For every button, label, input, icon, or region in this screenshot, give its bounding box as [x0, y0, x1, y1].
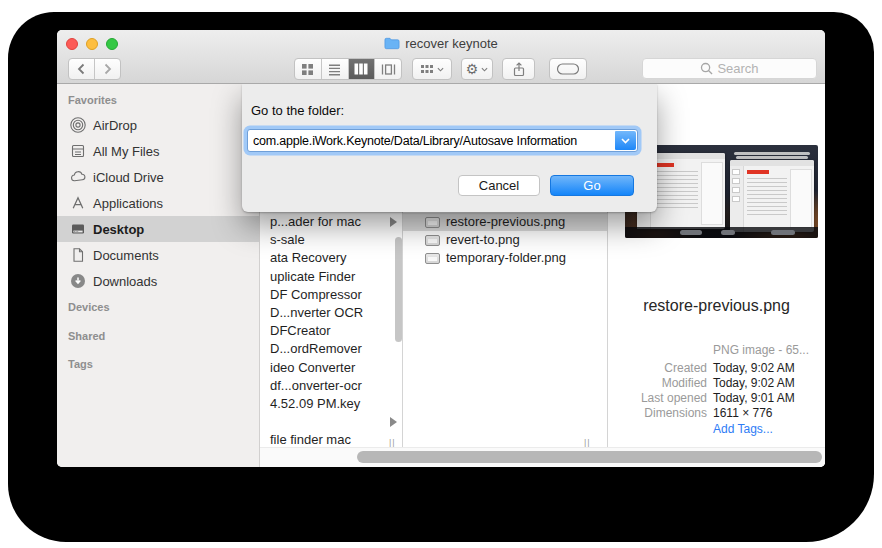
nav-buttons	[68, 58, 121, 80]
list-view-icon	[328, 63, 341, 76]
sidebar-item-documents[interactable]: Documents	[57, 242, 259, 268]
file-row[interactable]	[260, 413, 402, 431]
preview-info-row: CreatedToday, 9:02 AM	[608, 361, 825, 375]
chevron-left-icon	[76, 62, 87, 76]
preview-info-row: ModifiedToday, 9:02 AM	[608, 376, 825, 390]
column-resize-handle[interactable]: ||	[584, 439, 592, 447]
go-to-folder-input[interactable]	[248, 130, 618, 151]
tags-button[interactable]	[549, 58, 587, 80]
action-button[interactable]: ⚙	[461, 58, 493, 80]
path-combo-box	[247, 129, 638, 152]
coverflow-view-icon	[381, 63, 396, 76]
cloud-icon	[70, 169, 86, 185]
preview-info-row: Last openedToday, 9:01 AM	[608, 391, 825, 405]
sidebar-item-label: AirDrop	[93, 118, 137, 133]
grid-view-icon	[301, 63, 314, 76]
file-row[interactable]: ata Recovery	[260, 249, 402, 267]
chevron-down-icon	[621, 138, 630, 144]
window-chrome: recover keynote	[57, 30, 825, 84]
sidebar-item-label: Documents	[93, 248, 159, 263]
file-row[interactable]: D...ordRemover	[260, 340, 402, 358]
downloads-icon	[70, 273, 86, 289]
add-tags-link[interactable]: Add Tags...	[713, 422, 773, 436]
cancel-button[interactable]: Cancel	[458, 175, 540, 196]
arrange-button[interactable]	[412, 58, 452, 80]
view-coverflow-button[interactable]	[374, 59, 401, 79]
preview-add-tags-row: Add Tags...	[608, 422, 825, 436]
preview-filename: restore-previous.png	[608, 297, 825, 315]
sidebar-item-applications[interactable]: Applications	[57, 190, 259, 216]
sidebar-item-icloud-drive[interactable]: iCloud Drive	[57, 164, 259, 190]
file-row[interactable]: p...ader for mac	[260, 213, 402, 231]
horizontal-scrollbar-thumb[interactable]	[357, 451, 822, 463]
view-list-button[interactable]	[321, 59, 348, 79]
sidebar-item-downloads[interactable]: Downloads	[57, 268, 259, 294]
horizontal-scrollbar-track[interactable]	[260, 447, 825, 467]
file-row[interactable]: 4.52.09 PM.key	[260, 395, 402, 413]
column1-vertical-scrollbar[interactable]	[395, 237, 402, 342]
image-file-icon	[425, 217, 440, 228]
sidebar-header-tags: Tags	[68, 358, 93, 370]
sidebar-header-favorites: Favorites	[68, 94, 117, 106]
sidebar: Favorites AirDrop All My Files iCloud Dr…	[57, 84, 260, 467]
file-row[interactable]: ideo Converter	[260, 359, 402, 377]
file-row[interactable]: uplicate Finder	[260, 268, 402, 286]
chevron-right-icon	[102, 62, 113, 76]
tag-icon	[556, 62, 580, 76]
file-row[interactable]: temporary-folder.png	[403, 249, 607, 267]
search-input[interactable]: Search	[642, 58, 817, 79]
chevron-down-icon	[437, 67, 444, 72]
file-row[interactable]: s-sale	[260, 231, 402, 249]
preview-kind: PNG image - 65...	[713, 343, 809, 357]
share-button[interactable]	[502, 58, 535, 80]
sidebar-item-label: Applications	[93, 196, 163, 211]
sidebar-item-desktop[interactable]: Desktop	[57, 216, 259, 242]
view-columns-button[interactable]	[348, 59, 375, 79]
arrange-icon	[420, 64, 434, 75]
column-resize-handle[interactable]: ||	[389, 439, 397, 447]
file-row[interactable]: DFCreator	[260, 322, 402, 340]
column-view-icon	[354, 63, 368, 75]
dialog-title: Go to the folder:	[251, 103, 344, 118]
image-file-icon	[425, 235, 440, 246]
path-dropdown-button[interactable]	[615, 131, 636, 150]
sidebar-header-shared: Shared	[68, 330, 105, 342]
forward-button[interactable]	[94, 59, 120, 79]
file-row[interactable]: revert-to.png	[403, 231, 607, 249]
all-my-files-icon	[70, 143, 86, 159]
file-row-selected[interactable]: restore-previous.png	[403, 213, 607, 231]
view-grid-button[interactable]	[295, 59, 321, 79]
window-title: recover keynote	[405, 36, 498, 51]
file-row[interactable]: df...onverter-ocr	[260, 377, 402, 395]
disclosure-triangle-icon	[390, 417, 397, 427]
applications-icon	[70, 195, 86, 211]
sidebar-item-airdrop[interactable]: AirDrop	[57, 112, 259, 138]
search-icon	[700, 62, 713, 75]
view-mode-control	[294, 58, 402, 80]
folder-icon	[384, 36, 400, 52]
sidebar-header-devices: Devices	[68, 301, 110, 313]
search-placeholder: Search	[717, 61, 758, 76]
preview-info-row: Dimensions1611 × 776	[608, 406, 825, 420]
go-to-folder-dialog: Go to the folder: Cancel Go	[242, 84, 657, 212]
file-row[interactable]: D...nverter OCR	[260, 304, 402, 322]
window-title-area: recover keynote	[57, 35, 825, 52]
sidebar-item-label: All My Files	[93, 144, 159, 159]
preview-kind-row: PNG image - 65...	[608, 343, 825, 357]
document-icon	[70, 247, 86, 263]
go-button[interactable]: Go	[550, 175, 634, 196]
sidebar-item-label: Downloads	[93, 274, 157, 289]
finder-window: recover keynote	[57, 30, 825, 467]
desktop-icon	[70, 221, 86, 237]
disclosure-triangle-icon	[390, 217, 397, 227]
sidebar-item-label: Desktop	[93, 222, 144, 237]
screenshot-stage: recover keynote	[0, 0, 882, 548]
back-button[interactable]	[69, 59, 94, 79]
file-row[interactable]: DF Compressor	[260, 286, 402, 304]
sidebar-item-all-my-files[interactable]: All My Files	[57, 138, 259, 164]
image-file-icon	[425, 253, 440, 264]
gear-icon: ⚙	[466, 62, 479, 76]
thumbnail-window	[730, 160, 814, 232]
sidebar-item-label: iCloud Drive	[93, 170, 164, 185]
airdrop-icon	[70, 117, 86, 133]
